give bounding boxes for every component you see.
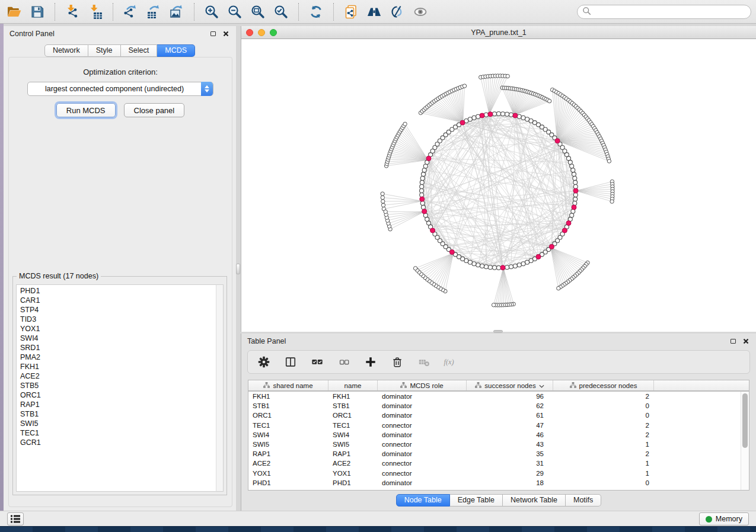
open-folder-icon[interactable] xyxy=(5,2,24,21)
table-cell: SWI5 xyxy=(248,441,328,448)
splitter-grip[interactable] xyxy=(236,264,240,274)
table-row[interactable]: ACE2ACE2connector311 xyxy=(248,459,749,468)
show-hide-icon[interactable] xyxy=(411,2,430,21)
table-cell: 2 xyxy=(553,422,654,429)
result-node-item[interactable]: ORC1 xyxy=(20,390,223,400)
toggle-graphics-icon[interactable] xyxy=(388,2,407,21)
result-node-item[interactable]: PMA2 xyxy=(20,352,223,362)
table-cell: connector xyxy=(378,470,467,477)
table-row[interactable]: TEC1TEC1connector472 xyxy=(248,421,749,430)
table-row[interactable]: RAP1RAP1dominator352 xyxy=(248,449,749,459)
result-scrollbar[interactable] xyxy=(216,284,224,492)
tab-edge-table[interactable]: Edge Table xyxy=(450,494,503,507)
result-node-item[interactable]: STP4 xyxy=(20,305,223,315)
mcds-result-title: MCDS result (17 nodes) xyxy=(17,272,101,280)
result-node-item[interactable]: SRD1 xyxy=(20,343,223,352)
column-header-MCDS-role[interactable]: MCDS role xyxy=(378,380,467,390)
import-table-icon[interactable] xyxy=(86,2,105,21)
tree-icon xyxy=(263,382,270,389)
network-canvas[interactable] xyxy=(241,39,756,332)
result-node-item[interactable]: YOX1 xyxy=(20,324,223,334)
table-cell: 1 xyxy=(553,460,654,467)
table-row[interactable]: SWI5SWI5connector431 xyxy=(248,440,749,449)
tab-network[interactable]: Network xyxy=(44,44,88,57)
hide-columns-icon[interactable] xyxy=(336,355,352,369)
float-panel-icon[interactable] xyxy=(209,30,217,38)
search-network-icon[interactable] xyxy=(365,2,384,21)
result-node-item[interactable]: TID3 xyxy=(20,315,223,324)
close-panel-icon[interactable] xyxy=(742,337,750,345)
search-input[interactable] xyxy=(594,8,746,16)
refresh-icon[interactable] xyxy=(307,2,326,21)
result-node-item[interactable]: SWI5 xyxy=(20,419,223,428)
table-panel-header: Table Panel xyxy=(241,334,756,349)
share-document-icon[interactable] xyxy=(342,2,361,21)
result-node-item[interactable]: ACE2 xyxy=(20,371,223,381)
close-panel-icon[interactable] xyxy=(222,30,230,38)
tab-motifs[interactable]: Motifs xyxy=(566,494,601,507)
tab-style[interactable]: Style xyxy=(88,44,121,57)
show-columns-icon[interactable] xyxy=(310,355,325,369)
mcds-result-group: MCDS result (17 nodes) PHD1CAR1STP4TID3Y… xyxy=(12,276,227,495)
split-columns-icon[interactable] xyxy=(283,355,298,369)
result-node-item[interactable]: SWI4 xyxy=(20,334,223,343)
run-mcds-button[interactable]: Run MCDS xyxy=(56,103,116,117)
zoom-selected-icon[interactable] xyxy=(272,2,291,21)
table-cell: connector xyxy=(378,460,467,467)
table-row[interactable]: STB1STB1dominator620 xyxy=(248,401,749,411)
table-cell: PHD1 xyxy=(248,479,328,486)
result-node-item[interactable]: FKH1 xyxy=(20,362,223,371)
main-toolbar xyxy=(0,0,756,24)
table-cell: 96 xyxy=(467,393,553,400)
column-header-name[interactable]: name xyxy=(328,380,378,390)
save-icon[interactable] xyxy=(28,2,47,21)
tab-mcds[interactable]: MCDS xyxy=(157,44,195,57)
result-node-item[interactable]: RAP1 xyxy=(20,400,223,409)
float-panel-icon[interactable] xyxy=(729,337,737,345)
delete-row-icon[interactable] xyxy=(390,355,405,369)
zoom-in-icon[interactable] xyxy=(202,2,221,21)
table-cell: 2 xyxy=(553,431,654,438)
table-row[interactable]: PHD1PHD1dominator180 xyxy=(248,478,749,488)
zoom-fit-icon[interactable] xyxy=(248,2,267,21)
tab-select[interactable]: Select xyxy=(121,44,158,57)
export-table-icon[interactable] xyxy=(144,2,163,21)
column-header-successor-nodes[interactable]: successor nodes xyxy=(467,380,553,390)
export-image-icon[interactable] xyxy=(167,2,186,21)
horizontal-splitter-grip[interactable] xyxy=(493,330,503,333)
toolbar-separator xyxy=(333,3,334,21)
column-header-predecessor-nodes[interactable]: predecessor nodes xyxy=(553,380,654,390)
network-graph[interactable] xyxy=(241,39,756,332)
tab-node-table[interactable]: Node Table xyxy=(396,494,450,507)
result-node-item[interactable]: CAR1 xyxy=(20,296,223,305)
table-cell: YOX1 xyxy=(328,470,378,477)
memory-button[interactable]: Memory xyxy=(699,512,749,525)
network-window-titlebar[interactable]: YPA_prune.txt_1 xyxy=(241,26,756,39)
import-network-icon[interactable] xyxy=(63,2,82,21)
table-row[interactable]: SWI4SWI4dominator462 xyxy=(248,430,749,440)
criterion-select[interactable]: largest connected component (undirected) xyxy=(27,82,213,96)
result-node-item[interactable]: PHD1 xyxy=(20,286,223,296)
table-scrollbar[interactable] xyxy=(741,392,749,490)
scrollbar-thumb[interactable] xyxy=(742,393,748,448)
result-node-item[interactable]: STB5 xyxy=(20,381,223,390)
table-header-row: shared namenameMCDS rolesuccessor nodesp… xyxy=(248,380,749,392)
table-cell: ORC1 xyxy=(328,412,378,419)
result-node-item[interactable]: STB1 xyxy=(20,409,223,419)
table-row[interactable]: ORC1ORC1dominator610 xyxy=(248,411,749,420)
table-row[interactable]: YOX1YOX1connector291 xyxy=(248,469,749,478)
export-network-icon[interactable] xyxy=(121,2,140,21)
vertical-splitter[interactable] xyxy=(236,26,241,511)
result-node-item[interactable]: GCR1 xyxy=(20,438,223,447)
gear-icon[interactable] xyxy=(256,355,272,369)
function-builder-icon: f(x) xyxy=(443,355,458,369)
zoom-out-icon[interactable] xyxy=(225,2,244,21)
panel-list-button[interactable] xyxy=(7,512,24,525)
tab-network-table[interactable]: Network Table xyxy=(503,494,566,507)
close-panel-button[interactable]: Close panel xyxy=(124,103,185,117)
result-node-item[interactable]: TEC1 xyxy=(20,428,223,438)
table-row[interactable]: FKH1FKH1dominator962 xyxy=(248,392,749,401)
add-row-icon[interactable] xyxy=(363,355,378,369)
column-header-shared-name[interactable]: shared name xyxy=(248,380,328,390)
search-box[interactable] xyxy=(577,5,751,19)
